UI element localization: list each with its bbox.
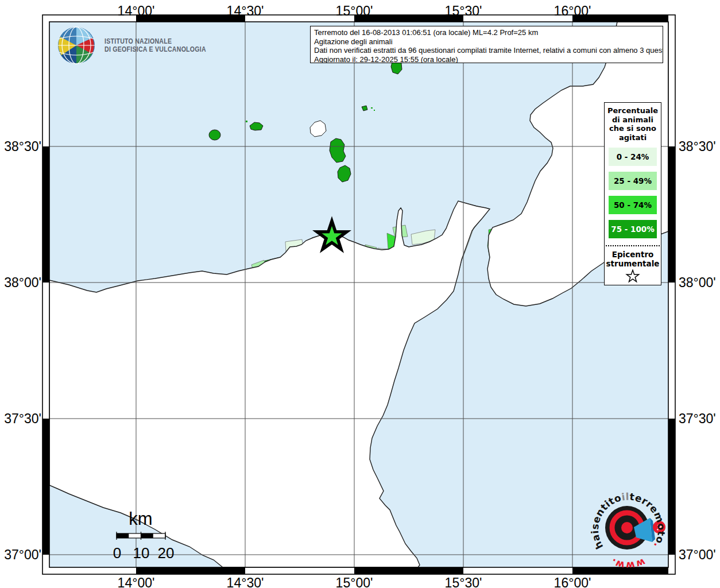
ingv-title-line2: DI GEOFISICA E VULCANOLOGIA [104, 45, 206, 53]
axis-top-label: 15°30' [445, 3, 482, 19]
legend-class-0-24: 0 - 24% [609, 148, 657, 166]
island-alicudi [209, 130, 220, 140]
legend-class-75-100: 75 - 100% [609, 220, 657, 238]
axis-top-label: 15°00' [336, 3, 373, 19]
legend-class-50-74: 50 - 74% [609, 196, 657, 214]
axis-left-label: 38°30' [0, 139, 41, 154]
legend-class-label: 0 - 24% [617, 152, 649, 161]
legend-divider [606, 245, 660, 246]
legend-title: Percentuale di animali che si sono agita… [605, 103, 661, 142]
axis-right-label: 37°00' [679, 547, 720, 563]
axis-top-label: 14°30' [227, 3, 264, 19]
legend: Percentuale di animali che si sono agita… [604, 102, 661, 285]
svg-text:km: km [129, 509, 152, 529]
svg-text:10: 10 [133, 544, 150, 562]
axis-bottom-label: 15°30' [445, 575, 482, 588]
info-line-source: Dati non verificati estratti da 96 quest… [314, 46, 659, 55]
axis-right-label: 38°30' [679, 139, 720, 154]
axis-top-label: 14°00' [118, 3, 155, 19]
info-line-subject: Agitazione degli animali [314, 37, 659, 47]
axis-left-label: 37°30' [0, 411, 41, 427]
page: { "title_box": { "lines": [ "Terremoto d… [0, 0, 720, 588]
epicenter-star-icon [605, 269, 661, 286]
axis-bottom-label: 15°00' [336, 575, 373, 588]
legend-class-25-49: 25 - 49% [609, 172, 657, 190]
ingv-logo: ISTITUTO NAZIONALE DI GEOFISICA E VULCAN… [56, 25, 220, 65]
axis-right-label: 37°30' [679, 411, 720, 427]
axis-bottom-label: 14°00' [118, 575, 155, 588]
earthquake-info-box: Terremoto del 16-08-2013 01:06:51 (ora l… [310, 26, 663, 63]
svg-text:20: 20 [158, 544, 175, 562]
axis-top-label: 16°00' [554, 3, 591, 19]
axis-bottom-label: 16°00' [554, 575, 591, 588]
axis-left-label: 37°00' [0, 547, 41, 563]
ingv-title-line1: ISTITUTO NAZIONALE [104, 37, 206, 45]
ingv-globe-icon [56, 25, 96, 65]
svg-text:0: 0 [113, 544, 121, 562]
info-line-updated: Aggiornato il: 29-12-2025 15:55 (ora loc… [314, 55, 659, 64]
axis-right-label: 38°00' [679, 275, 720, 291]
axis-left-label: 38°00' [0, 275, 41, 291]
map: km 0 10 20 [0, 0, 720, 588]
legend-class-label: 25 - 49% [614, 176, 652, 185]
legend-class-label: 75 - 100% [611, 225, 655, 234]
axis-bottom-label: 14°30' [227, 575, 264, 588]
legend-class-label: 50 - 74% [614, 200, 652, 210]
info-line-event: Terremoto del 16-08-2013 01:06:51 (ora l… [314, 28, 659, 37]
legend-epicenter-label: Epicentro strumentale [605, 250, 661, 268]
